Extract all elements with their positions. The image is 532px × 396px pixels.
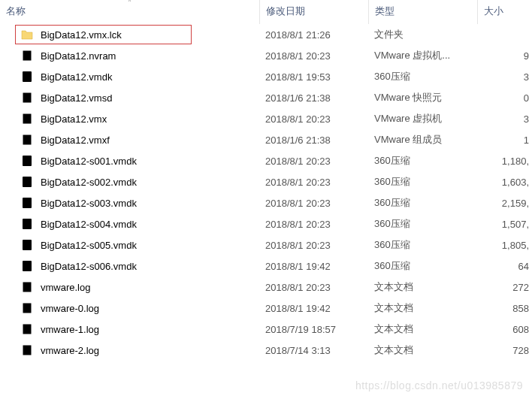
file-name-label: BigData12.vmsd bbox=[41, 92, 112, 104]
header-name-label: 名称 bbox=[6, 5, 26, 17]
file-name-cell[interactable]: BigData12.vmsd bbox=[0, 87, 259, 108]
sort-indicator-icon: ˄ bbox=[128, 0, 131, 7]
file-date-cell: 2018/8/1 20:23 bbox=[259, 213, 368, 234]
file-type-cell: 文本文档 bbox=[368, 298, 477, 319]
file-name-label: vmware-1.log bbox=[41, 324, 99, 335]
vmdk-icon bbox=[21, 218, 33, 230]
file-name-label: BigData12-s006.vmdk bbox=[41, 261, 137, 272]
file-date-cell: 2018/8/1 20:23 bbox=[259, 45, 368, 66]
file-date-cell: 2018/8/1 19:53 bbox=[259, 66, 368, 87]
file-name-label: BigData12.vmxf bbox=[41, 135, 110, 146]
file-name-cell[interactable]: BigData12-s002.vmdk bbox=[0, 171, 259, 192]
file-date-cell: 2018/8/1 19:42 bbox=[259, 298, 368, 319]
vmware-icon bbox=[21, 92, 33, 104]
table-row[interactable]: vmware-2.log2018/7/14 3:13文本文档728 bbox=[0, 340, 532, 361]
table-row[interactable]: BigData12.vmx2018/8/1 20:23VMware 虚拟机3 bbox=[0, 108, 532, 129]
file-size-cell: 3 bbox=[477, 108, 532, 129]
table-row[interactable]: vmware.log2018/8/1 20:23文本文档272 bbox=[0, 277, 532, 298]
file-size-cell: 2,159, bbox=[477, 192, 532, 213]
file-type-cell: 360压缩 bbox=[368, 255, 477, 277]
table-row[interactable]: BigData12-s003.vmdk2018/8/1 20:23360压缩2,… bbox=[0, 192, 532, 213]
file-size-cell: 1,603, bbox=[477, 171, 532, 192]
vmdk-icon bbox=[21, 239, 33, 251]
file-name-cell[interactable]: vmware-0.log bbox=[0, 298, 259, 319]
file-name-cell[interactable]: BigData12.vmx bbox=[0, 108, 259, 129]
file-size-cell: 0 bbox=[477, 87, 532, 108]
table-row[interactable]: vmware-1.log2018/7/19 18:57文本文档608 bbox=[0, 319, 532, 340]
table-row[interactable]: BigData12-s001.vmdk2018/8/1 20:23360压缩1,… bbox=[0, 150, 532, 171]
file-name-cell[interactable]: vmware-2.log bbox=[0, 340, 259, 361]
file-size-cell: 858 bbox=[477, 298, 532, 319]
file-name-label: BigData12-s003.vmdk bbox=[41, 198, 137, 209]
table-row[interactable]: BigData12.vmdk2018/8/1 19:53360压缩3 bbox=[0, 66, 532, 87]
vmware-icon bbox=[21, 134, 33, 146]
file-name-label: BigData12.nvram bbox=[41, 50, 116, 62]
file-name-cell[interactable]: BigData12-s001.vmdk bbox=[0, 150, 259, 171]
file-type-cell: VMware 组成员 bbox=[368, 129, 477, 150]
file-date-cell: 2018/8/1 20:23 bbox=[259, 234, 368, 255]
table-row[interactable]: BigData12-s002.vmdk2018/8/1 20:23360压缩1,… bbox=[0, 171, 532, 192]
file-type-cell: 360压缩 bbox=[368, 150, 477, 171]
vmdk-icon bbox=[21, 260, 33, 272]
file-size-cell: 1,805, bbox=[477, 234, 532, 255]
file-name-cell[interactable]: BigData12.nvram bbox=[0, 45, 259, 66]
header-size[interactable]: 大小 bbox=[477, 0, 532, 24]
text-icon bbox=[21, 323, 33, 335]
text-icon bbox=[21, 344, 33, 356]
file-name-cell[interactable]: BigData12-s003.vmdk bbox=[0, 192, 259, 213]
file-date-cell: 2018/8/1 20:23 bbox=[259, 150, 368, 171]
file-date-cell: 2018/8/1 20:23 bbox=[259, 108, 368, 129]
file-name-cell[interactable]: vmware-1.log bbox=[0, 319, 259, 340]
file-type-cell: 360压缩 bbox=[368, 171, 477, 192]
file-name-cell[interactable]: BigData12-s006.vmdk bbox=[0, 255, 259, 277]
table-row[interactable]: vmware-0.log2018/8/1 19:42文本文档858 bbox=[0, 298, 532, 319]
file-type-cell: 360压缩 bbox=[368, 192, 477, 213]
file-size-cell: 3 bbox=[477, 66, 532, 87]
file-name-label: BigData12-s005.vmdk bbox=[41, 240, 137, 251]
file-date-cell: 2018/1/6 21:38 bbox=[259, 129, 368, 150]
table-row[interactable]: BigData12.vmx.lck2018/8/1 21:26文件夹 bbox=[0, 24, 532, 45]
file-name-cell[interactable]: vmware.log bbox=[0, 277, 259, 298]
file-date-cell: 2018/8/1 20:23 bbox=[259, 171, 368, 192]
file-size-cell: 728 bbox=[477, 340, 532, 361]
file-date-cell: 2018/1/6 21:38 bbox=[259, 87, 368, 108]
file-name-cell[interactable]: BigData12-s005.vmdk bbox=[0, 234, 259, 255]
vmx-icon bbox=[21, 113, 33, 125]
file-list-table: ˄ 名称 修改日期 类型 大小 BigData12.vmx.lck2018/8/… bbox=[0, 0, 532, 361]
file-name-cell[interactable]: BigData12.vmdk bbox=[0, 66, 259, 87]
file-name-cell[interactable]: BigData12.vmxf bbox=[0, 129, 259, 150]
text-icon bbox=[21, 302, 33, 314]
table-row[interactable]: BigData12-s005.vmdk2018/8/1 20:23360压缩1,… bbox=[0, 234, 532, 255]
table-row[interactable]: BigData12.nvram2018/8/1 20:23VMware 虚拟机.… bbox=[0, 45, 532, 66]
file-size-cell: 64 bbox=[477, 255, 532, 277]
text-icon bbox=[21, 281, 33, 293]
table-row[interactable]: BigData12.vmsd2018/1/6 21:38VMware 快照元0 bbox=[0, 87, 532, 108]
file-type-cell: 文本文档 bbox=[368, 319, 477, 340]
file-date-cell: 2018/8/1 20:23 bbox=[259, 192, 368, 213]
vmdk-icon bbox=[21, 71, 33, 83]
file-type-cell: 360压缩 bbox=[368, 66, 477, 87]
vmdk-icon bbox=[21, 155, 33, 167]
file-name-label: BigData12-s004.vmdk bbox=[41, 219, 137, 230]
file-name-label: BigData12.vmdk bbox=[41, 71, 112, 83]
file-name-label: BigData12-s001.vmdk bbox=[41, 156, 137, 167]
header-type[interactable]: 类型 bbox=[368, 0, 477, 24]
table-row[interactable]: BigData12.vmxf2018/1/6 21:38VMware 组成员1 bbox=[0, 129, 532, 150]
file-size-cell: 9 bbox=[477, 45, 532, 66]
file-name-cell[interactable]: BigData12.vmx.lck bbox=[0, 24, 259, 45]
table-row[interactable]: BigData12-s004.vmdk2018/8/1 20:23360压缩1,… bbox=[0, 213, 532, 234]
header-name[interactable]: ˄ 名称 bbox=[0, 0, 259, 24]
file-type-cell: 360压缩 bbox=[368, 213, 477, 234]
file-name-label: vmware-0.log bbox=[41, 303, 99, 314]
file-type-cell: VMware 虚拟机 bbox=[368, 108, 477, 129]
watermark-text: https://blog.csdn.net/u013985879 bbox=[355, 379, 523, 391]
file-name-cell[interactable]: BigData12-s004.vmdk bbox=[0, 213, 259, 234]
file-name-label: BigData12.vmx.lck bbox=[41, 29, 122, 41]
table-row[interactable]: BigData12-s006.vmdk2018/8/1 19:42360压缩64 bbox=[0, 255, 532, 277]
file-type-cell: VMware 快照元 bbox=[368, 87, 477, 108]
header-date[interactable]: 修改日期 bbox=[259, 0, 368, 24]
file-type-cell: 文本文档 bbox=[368, 340, 477, 361]
file-name-label: vmware.log bbox=[41, 282, 90, 293]
vmdk-icon bbox=[21, 176, 33, 188]
header-date-label: 修改日期 bbox=[266, 5, 305, 17]
